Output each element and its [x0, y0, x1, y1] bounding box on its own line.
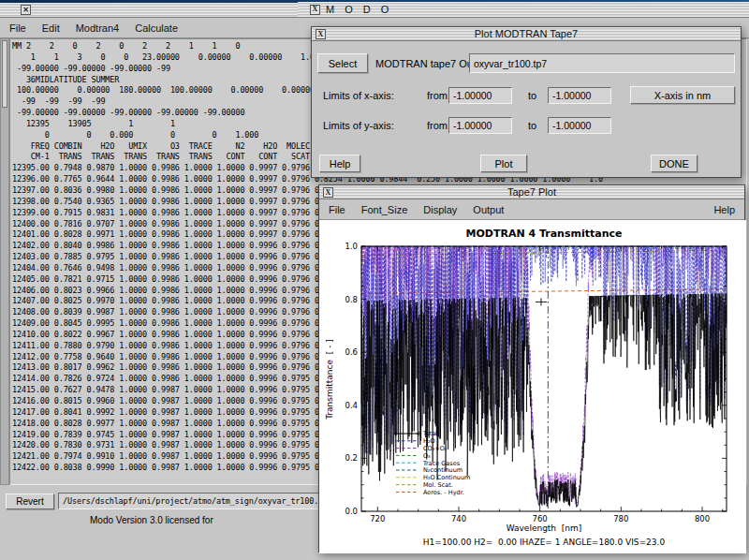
legend-label: Total — [422, 430, 437, 437]
to-label: to — [528, 90, 536, 101]
legend-label: H₂O — [423, 437, 435, 445]
from-label: from — [427, 120, 448, 131]
yaxis-to-field[interactable]: -1.00000 — [548, 117, 611, 134]
plot-canvas[interactable]: MODTRAN 4 Transmittance Transmittance [ … — [319, 220, 746, 553]
plot-window-menubar: File Font_Size Display Output Help — [319, 199, 744, 220]
close-icon[interactable]: ✕ — [21, 5, 31, 15]
modo-title: M O D O — [326, 4, 392, 15]
menu-modtran4[interactable]: Modtran4 — [76, 22, 119, 34]
plot-window-titlebar[interactable]: X Tape7 Plot — [319, 185, 744, 199]
select-button[interactable]: Select — [317, 53, 368, 73]
scrollbar-thumb[interactable] — [2, 40, 7, 108]
y-tick-label: 0.6 — [345, 347, 358, 357]
tape7-plot-window: X Tape7 Plot File Font_Size Display Outp… — [318, 184, 745, 553]
y-tick-label: 0.8 — [345, 295, 358, 304]
revert-button[interactable]: Revert — [6, 494, 54, 509]
vertical-scrollbar[interactable] — [0, 38, 9, 485]
xaxis-limits-label: Limits of x-axis: — [323, 90, 394, 101]
plot-content: MODTRAN 4 Transmittance Transmittance [ … — [319, 220, 746, 553]
y-tick-label: 0.0 — [345, 507, 358, 516]
x-tick-label: 800 — [695, 514, 710, 523]
x-tick-label: 780 — [613, 514, 628, 523]
menu-font-size[interactable]: Font_Size — [361, 204, 408, 215]
tape7-output-value: oxyvar_tr100.tp7 — [474, 58, 547, 69]
x-tick-label: 720 — [370, 514, 385, 523]
yaxis-from-value: -1.00000 — [453, 120, 492, 131]
xaxis-to-field[interactable]: -1.00000 — [548, 87, 611, 104]
xaxis-unit-button[interactable]: X-axis in nm — [630, 86, 735, 104]
plot-status-line: H1=100.00 H2= 0.00 IHAZE= 1 ANGLE=180.0 … — [423, 538, 666, 547]
legend-label: CO₂+O₂ — [423, 445, 448, 452]
yaxis-from-field[interactable]: -1.00000 — [448, 117, 512, 134]
legend-label: O₃ — [423, 452, 431, 460]
chart-title: MODTRAN 4 Transmittance — [466, 228, 623, 240]
plot-tape7-dialog: X Plot MODTRAN Tape7 Select MODTRAN tape… — [311, 26, 742, 178]
menu-output[interactable]: Output — [473, 204, 504, 215]
xaxis-from-value: -1.00000 — [453, 90, 492, 101]
series-total — [361, 293, 727, 507]
menu-display[interactable]: Display — [423, 204, 457, 215]
tape7-output-field[interactable]: oxyvar_tr100.tp7 — [469, 53, 735, 73]
done-button[interactable]: DONE — [651, 155, 698, 172]
plot-button[interactable]: Plot — [480, 155, 527, 172]
legend-label: Mol. Scat. — [423, 481, 453, 489]
plot-window-title: Tape7 Plot — [507, 186, 556, 198]
plot-dialog-title: Plot MODTRAN Tape7 — [475, 28, 578, 39]
menu-file[interactable]: File — [329, 204, 345, 215]
x-window-icon: X — [310, 5, 320, 15]
menu-calculate[interactable]: Calculate — [135, 22, 178, 34]
legend-label: H₂O Continuum — [423, 474, 470, 481]
file-path-text: /Users/dschlapf/uni/project/atmo/atm_sig… — [63, 496, 323, 506]
version-status-text: Modo Version 3.0 licensed for — [90, 515, 213, 525]
x-window-icon: X — [316, 29, 326, 39]
y-axis-label: Transmittance [ - ] — [325, 339, 334, 420]
x-tick-label: 760 — [533, 514, 548, 523]
menu-edit[interactable]: Edit — [42, 22, 60, 34]
y-tick-label: 1.0 — [345, 242, 358, 251]
desktop: ✕ X M O D O File Edit Modtran4 Calculate… — [0, 0, 749, 560]
x-axis-label: Wavelength [nm] — [507, 523, 582, 533]
xaxis-from-field[interactable]: -1.00000 — [448, 87, 512, 104]
menu-help[interactable]: Help — [713, 204, 735, 215]
x-window-icon: X — [323, 187, 333, 198]
x-tick-label: 740 — [451, 514, 466, 523]
legend-label: Trace Gases — [422, 460, 461, 467]
help-button[interactable]: Help — [319, 155, 360, 172]
menu-file[interactable]: File — [9, 22, 26, 34]
y-tick-label: 0.2 — [345, 453, 358, 463]
modo-titlebar[interactable]: X M O D O — [298, 2, 749, 18]
to-label: to — [528, 120, 536, 131]
legend-label: N₂continuum — [423, 466, 463, 474]
yaxis-to-value: -1.00000 — [552, 120, 591, 131]
from-label: from — [427, 90, 448, 101]
yaxis-limits-label: Limits of y-axis: — [323, 120, 394, 131]
xaxis-to-value: -1.00000 — [552, 90, 591, 101]
plot-dialog-titlebar[interactable]: X Plot MODTRAN Tape7 — [312, 27, 741, 41]
y-tick-label: 0.4 — [345, 401, 358, 410]
legend-label: Aeros. - Hydr. — [423, 489, 464, 496]
data-window-titlebar[interactable]: ✕ — [0, 3, 298, 18]
